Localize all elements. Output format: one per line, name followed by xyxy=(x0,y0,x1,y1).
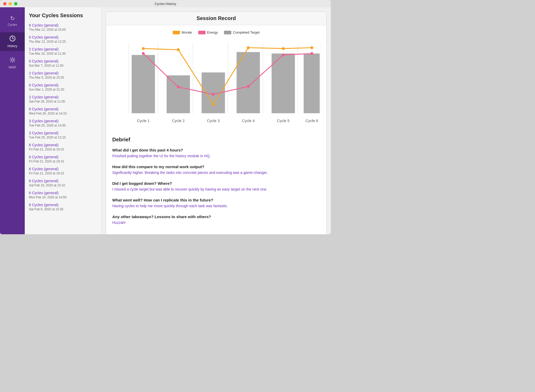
session-name: 6 Cycles (general) xyxy=(29,203,97,207)
session-date: Sat Feb 29, 2020 at 11:00 xyxy=(29,100,97,103)
morale-label: Morale xyxy=(182,30,192,34)
debrief-question: How did this compare to my normal work o… xyxy=(112,165,320,169)
session-item[interactable]: 2 Cycles (general) Tue Mar 10, 2020 at 1… xyxy=(29,47,97,55)
debrief-answer: Finished putting together the UI for the… xyxy=(112,153,320,159)
session-name: 2 Cycles (general) xyxy=(29,71,97,75)
bar-cycle-2 xyxy=(167,75,190,113)
window-controls xyxy=(3,2,17,5)
session-item[interactable]: 3 Cycles (general) Tue Feb 25, 2020 at 1… xyxy=(29,131,97,139)
debrief-answer: I missed a cycle target but was able to … xyxy=(112,187,320,192)
session-item[interactable]: 6 Cycles (general) Mon Feb 10, 2020 at 1… xyxy=(29,191,97,199)
session-item[interactable]: 2 Cycles (general) Sat Feb 29, 2020 at 1… xyxy=(29,95,97,103)
session-item[interactable]: 6 Cycles (general) Fri Feb 21, 2020 at 1… xyxy=(29,143,97,151)
session-date: Fri Feb 21, 2020 at 19:15 xyxy=(29,160,97,163)
minimize-button[interactable] xyxy=(9,2,12,5)
morale-dot-1 xyxy=(142,47,145,50)
debrief-item: Did I get bogged down? Where? I missed a… xyxy=(112,181,320,192)
session-date: Sat Feb 15, 2020 at 15:10 xyxy=(29,184,97,187)
session-name: 6 Cycles (general) xyxy=(29,155,97,159)
title-bar: Cycles History xyxy=(0,0,331,7)
session-item[interactable]: 6 Cycles (general) Sun Mar 1, 2020 at 21… xyxy=(29,83,97,91)
session-name: 6 Cycles (general) xyxy=(29,35,97,39)
morale-color-swatch xyxy=(173,31,180,34)
debrief-answer: Huzzah! xyxy=(112,220,320,225)
energy-color-swatch xyxy=(198,31,206,34)
session-date: Sun Mar 1, 2020 at 21:20 xyxy=(29,88,97,91)
debrief-item: How did this compare to my normal work o… xyxy=(112,165,320,175)
session-record-card: Session Record Morale Energy C xyxy=(106,11,327,234)
session-name: 3 Cycles (general) xyxy=(29,119,97,123)
sidebar-item-mmr[interactable]: MMR xyxy=(0,54,25,72)
debrief-question: What went well? How can I replicate this… xyxy=(112,198,320,202)
svg-line-4 xyxy=(10,58,11,59)
maximize-button[interactable] xyxy=(14,2,17,5)
session-date: Tue Feb 25, 2020 at 14:30 xyxy=(29,124,97,127)
debrief-question: What did I get done this past 4 hours? xyxy=(112,148,320,152)
history-icon xyxy=(9,35,16,43)
chart-legend: Morale Energy Completed Target xyxy=(111,30,321,34)
svg-line-5 xyxy=(14,61,14,62)
session-item[interactable]: 6 Cycles (general) Sat Feb 15, 2020 at 1… xyxy=(29,179,97,187)
session-record-title: Session Record xyxy=(196,15,236,21)
legend-morale: Morale xyxy=(173,30,192,34)
svg-point-1 xyxy=(11,59,14,61)
sidebar-item-history[interactable]: History xyxy=(0,32,25,51)
session-date: Sat Feb 8, 2020 at 15:35 xyxy=(29,207,97,211)
energy-dot-1 xyxy=(142,52,145,55)
sessions-panel: Your Cycles Sessions 6 Cycles (general) … xyxy=(25,7,102,234)
session-item[interactable]: 2 Cycles (general) Thu Mar 5, 2020 at 15… xyxy=(29,71,97,79)
session-name: 3 Cycles (general) xyxy=(29,131,97,135)
sessions-list: 6 Cycles (general) Thu Mar 12, 2020 at 1… xyxy=(29,23,97,211)
session-date: Wed Feb 26, 2020 at 14:15 xyxy=(29,112,97,115)
session-item[interactable]: 6 Cycles (general) Wed Feb 26, 2020 at 1… xyxy=(29,107,97,115)
cycles-icon: ↻ xyxy=(10,16,15,21)
session-item[interactable]: 6 Cycles (general) Fri Feb 21, 2020 at 1… xyxy=(29,167,97,175)
morale-dot-3 xyxy=(212,103,215,106)
sidebar-item-cycles[interactable]: ↻ Cycles xyxy=(0,12,25,30)
session-item[interactable]: 6 Cycles (general) Sat Feb 8, 2020 at 15… xyxy=(29,203,97,211)
sidebar: ↻ Cycles History xyxy=(0,7,25,234)
energy-dot-5 xyxy=(282,54,285,56)
cycles-label: Cycles xyxy=(8,23,17,27)
morale-dot-2 xyxy=(177,48,180,51)
morale-dot-4 xyxy=(247,46,250,49)
cycle-label-6: Cycle 6 xyxy=(306,119,318,123)
session-date: Thu Mar 12, 2020 at 12:25 xyxy=(29,40,97,43)
window-title: Cycles History xyxy=(154,2,176,6)
cycle-chart: Cycle 1 Cycle 2 Cycle 3 Cycle 4 Cycle 5 … xyxy=(111,37,321,128)
session-name: 2 Cycles (general) xyxy=(29,95,97,99)
chart-svg-container: Cycle 1 Cycle 2 Cycle 3 Cycle 4 Cycle 5 … xyxy=(111,37,321,129)
session-item[interactable]: 6 Cycles (general) Fri Feb 21, 2020 at 1… xyxy=(29,155,97,163)
session-date: Thu Mar 12, 2020 at 15:00 xyxy=(29,28,97,31)
session-name: 6 Cycles (general) xyxy=(29,191,97,195)
session-item[interactable]: 6 Cycles (general) Thu Mar 12, 2020 at 1… xyxy=(29,35,97,43)
session-item[interactable]: 6 Cycles (general) Sat Mar 7, 2020 at 11… xyxy=(29,59,97,67)
debrief-section: Debrief What did I get done this past 4 … xyxy=(106,131,326,234)
cycle-label-3: Cycle 3 xyxy=(207,119,220,123)
close-button[interactable] xyxy=(3,2,7,5)
cycle-label-2: Cycle 2 xyxy=(172,119,185,123)
morale-dot-6 xyxy=(310,46,313,49)
session-name: 6 Cycles (general) xyxy=(29,167,97,171)
session-date: Thu Mar 5, 2020 at 15:20 xyxy=(29,76,97,79)
debrief-list: What did I get done this past 4 hours? F… xyxy=(112,148,320,225)
mmr-icon xyxy=(9,57,16,64)
svg-line-8 xyxy=(10,61,11,62)
energy-dot-3 xyxy=(212,93,215,96)
energy-dot-2 xyxy=(177,86,180,88)
debrief-question: Any other takeaways? Lessons to share wi… xyxy=(112,214,320,219)
session-item[interactable]: 3 Cycles (general) Tue Feb 25, 2020 at 1… xyxy=(29,119,97,127)
bar-cycle-6 xyxy=(304,54,320,113)
debrief-title: Debrief xyxy=(112,137,320,143)
sessions-title: Your Cycles Sessions xyxy=(29,12,97,18)
session-name: 6 Cycles (general) xyxy=(29,23,97,27)
debrief-item: What went well? How can I replicate this… xyxy=(112,198,320,209)
morale-dot-5 xyxy=(282,47,285,50)
session-name: 6 Cycles (general) xyxy=(29,59,97,63)
bar-cycle-1 xyxy=(132,55,155,113)
chart-area: Morale Energy Completed Target xyxy=(106,25,326,131)
energy-dot-4 xyxy=(247,85,250,88)
legend-completed-target: Completed Target xyxy=(224,30,259,34)
session-item[interactable]: 6 Cycles (general) Thu Mar 12, 2020 at 1… xyxy=(29,23,97,31)
mmr-label: MMR xyxy=(9,66,16,69)
